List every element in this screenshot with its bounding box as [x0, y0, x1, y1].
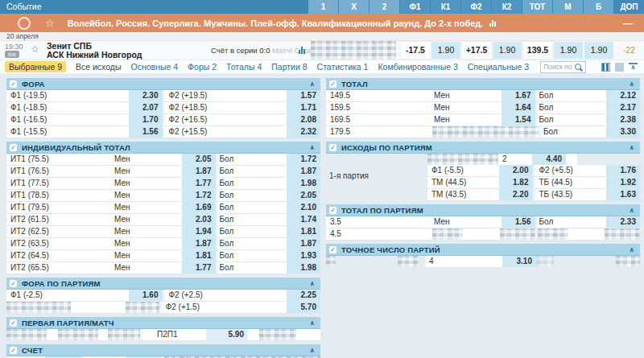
search-box[interactable] — [540, 61, 586, 73]
odds-button[interactable]: 1.81 — [287, 226, 320, 237]
odds-button[interactable]: 4.40 — [532, 154, 566, 165]
section-collapse-icon[interactable]: ∧ — [630, 246, 635, 253]
odds-button[interactable]: 1.72 — [287, 154, 320, 165]
tab-statistics[interactable]: Статистика 1 — [317, 62, 369, 72]
collapse-league-button[interactable]: — — [623, 18, 633, 29]
odds-button[interactable]: 2.12 — [606, 90, 640, 101]
odds-button[interactable]: 2.03 — [182, 214, 216, 225]
section-checkbox[interactable]: ✓ — [10, 280, 17, 287]
match-teams[interactable]: Зенит СПБ АСК Нижний Новгород — [47, 42, 142, 60]
tab-combined[interactable]: Комбинированные 3 — [378, 62, 457, 72]
odds-button[interactable]: 1.64 — [502, 102, 535, 113]
odds-button[interactable]: 1.98 — [287, 262, 320, 274]
more-markets-count[interactable]: -22 — [614, 41, 644, 60]
odds-button[interactable]: 1.82 — [499, 177, 533, 188]
odds-button[interactable]: 1.93 — [287, 250, 320, 261]
handicap1-value[interactable]: -17.5 — [400, 41, 431, 60]
tab-main[interactable]: Основные 4 — [131, 62, 179, 72]
grid-view-icon[interactable] — [615, 63, 624, 72]
section-collapse-icon[interactable]: ∧ — [630, 207, 635, 214]
odds-button[interactable]: 3.10 — [502, 256, 536, 267]
odds-button[interactable]: 1.74 — [287, 214, 320, 225]
section-collapse-icon[interactable]: ∧ — [310, 144, 316, 151]
match-stats-icon[interactable] — [299, 47, 305, 54]
market-section: ✓ТОЧНОЕ ЧИСЛО ПАРТИЙ∧43.10 — [326, 244, 640, 267]
section-checkbox[interactable]: ✓ — [10, 80, 17, 88]
tab-special[interactable]: Специальные 3 — [468, 62, 529, 72]
odds-k2-button[interactable]: 1.90 — [492, 41, 522, 60]
columns-view-icon[interactable] — [601, 63, 610, 72]
odds-under-button[interactable]: 1.90 — [553, 41, 584, 60]
odds-over-button[interactable]: 1.90 — [584, 41, 614, 60]
odds-button[interactable]: 2.20 — [499, 189, 533, 200]
odds-button[interactable]: 2.07 — [129, 102, 163, 113]
odds-button[interactable]: 1.87 — [182, 238, 216, 249]
odds-button[interactable]: 1.70 — [129, 114, 163, 126]
odds-button[interactable]: 1.87 — [287, 238, 320, 249]
section-checkbox[interactable]: ✓ — [10, 319, 17, 327]
odds-button[interactable]: 1.87 — [287, 166, 320, 177]
odds-button[interactable]: 1.60 — [129, 290, 163, 301]
section-collapse-icon[interactable]: ∧ — [310, 347, 316, 354]
tab-handicaps[interactable]: Форы 2 — [188, 62, 217, 72]
spacer — [248, 329, 259, 340]
tab-sets[interactable]: Партии 8 — [271, 62, 307, 72]
odds-button[interactable]: 2.17 — [606, 102, 640, 113]
odds-k1-button[interactable]: 1.90 — [431, 41, 461, 60]
odds-button[interactable]: 1.77 — [182, 178, 216, 189]
odds-button[interactable]: 1.94 — [182, 226, 216, 237]
odds-button[interactable]: 1.57 — [287, 90, 320, 101]
odds-button[interactable]: 2.32 — [287, 126, 320, 138]
market-section: ✓ИСХОДЫ ПО ПАРТИЯМ∧1-я партия24.40Ф1 (-5… — [326, 142, 640, 201]
section-collapse-icon[interactable]: ∧ — [310, 80, 316, 88]
odds-button[interactable]: 2.25 — [287, 290, 320, 301]
tab-totals[interactable]: Тоталы 4 — [226, 62, 262, 72]
section-collapse-icon[interactable]: ∧ — [630, 80, 635, 88]
odds-button[interactable]: 1.81 — [182, 250, 216, 261]
search-input[interactable] — [541, 63, 574, 71]
odds-button[interactable]: 1.69 — [182, 202, 216, 213]
odds-button[interactable]: 1.87 — [182, 166, 216, 177]
odds-button[interactable]: 1.56 — [502, 216, 535, 228]
redacted-area — [108, 329, 140, 340]
odds-button[interactable]: 1.67 — [502, 90, 535, 101]
odds-button[interactable]: 2.38 — [606, 114, 640, 126]
odds-button[interactable]: 2.00 — [499, 165, 533, 176]
section-collapse-icon[interactable]: ∧ — [310, 319, 316, 327]
odds-button[interactable]: 2.05 — [287, 190, 320, 201]
handicap2-value[interactable]: +17.5 — [461, 41, 492, 60]
odds-button[interactable]: 1.77 — [182, 262, 216, 274]
search-icon[interactable] — [575, 64, 581, 70]
odds-button[interactable]: 1.56 — [129, 126, 163, 138]
odds-button[interactable]: 2.30 — [129, 90, 163, 101]
odds-button[interactable]: 2.10 — [287, 202, 320, 213]
odds-button[interactable]: 3.30 — [606, 126, 640, 138]
collapse-all-icon[interactable]: ∧ — [629, 63, 638, 71]
odds-button[interactable]: 2.33 — [606, 216, 640, 228]
section-collapse-icon[interactable]: ∧ — [310, 280, 316, 287]
odds-button[interactable]: 2.05 — [182, 154, 216, 165]
favorite-star-icon[interactable]: ☆ — [45, 18, 55, 28]
odds-button[interactable]: 1.92 — [606, 177, 640, 188]
odds-button[interactable]: 1.76 — [606, 165, 640, 176]
tab-all-outcomes[interactable]: Все исходы — [76, 62, 122, 72]
section-checkbox[interactable]: ✓ — [10, 347, 17, 354]
odds-button[interactable]: 1.54 — [502, 114, 535, 126]
odds-button[interactable]: 2.08 — [287, 114, 320, 126]
odds-button[interactable]: 5.90 — [206, 329, 248, 340]
tab-selected[interactable]: Выбранные 9 — [5, 61, 66, 72]
section-checkbox[interactable]: ✓ — [10, 144, 17, 151]
odds-button[interactable]: 5.70 — [287, 302, 320, 313]
section-checkbox[interactable]: ✓ — [329, 207, 336, 214]
section-checkbox[interactable]: ✓ — [329, 246, 336, 253]
odds-button[interactable]: 1.98 — [287, 178, 320, 189]
section-checkbox[interactable]: ✓ — [329, 80, 336, 88]
favorite-match-star-icon[interactable]: ☆ — [31, 44, 39, 54]
section-checkbox[interactable]: ✓ — [329, 144, 336, 151]
odds-button[interactable]: 1.63 — [606, 189, 640, 200]
total-value[interactable]: 139.5 — [522, 41, 553, 60]
odds-button[interactable]: 1.72 — [182, 190, 216, 201]
league-bar[interactable]: ☆ Волейбол. Россия. Суперлига. Мужчины. … — [0, 14, 644, 32]
odds-button[interactable]: 1.71 — [287, 102, 320, 113]
section-collapse-icon[interactable]: ∧ — [630, 144, 635, 151]
